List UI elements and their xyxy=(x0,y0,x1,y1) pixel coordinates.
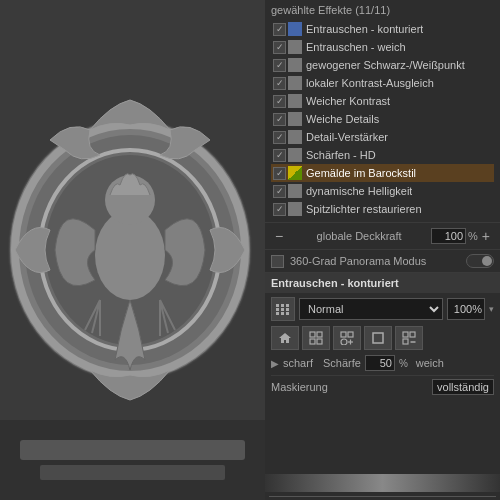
effects-list: Entrauschen - konturiertEntrauschen - we… xyxy=(271,20,494,218)
svg-rect-21 xyxy=(373,333,383,343)
effect-icon xyxy=(288,112,302,126)
panorama-row: 360-Grad Panorama Modus xyxy=(265,249,500,273)
schaerfe-expand-arrow[interactable]: ▶ xyxy=(271,358,279,369)
mask-label: Maskierung xyxy=(271,381,426,393)
svg-rect-13 xyxy=(317,332,322,337)
svg-rect-9 xyxy=(20,440,245,460)
bottom-area xyxy=(265,472,500,500)
svg-rect-15 xyxy=(317,339,322,344)
image-panel xyxy=(0,0,265,500)
opacity-percent: % xyxy=(468,230,478,242)
grid-view-btn[interactable] xyxy=(271,297,295,321)
schaerfe-value-input[interactable] xyxy=(365,355,395,371)
effect-checkbox[interactable] xyxy=(273,95,286,108)
panorama-label: 360-Grad Panorama Modus xyxy=(290,255,466,267)
effect-label: lokaler Kontrast-Ausgleich xyxy=(306,77,434,89)
opacity-minus-btn[interactable]: − xyxy=(271,228,287,244)
remove-tool-btn[interactable] xyxy=(395,326,423,350)
effect-checkbox[interactable] xyxy=(273,113,286,126)
tool-buttons-row xyxy=(271,326,494,350)
effect-icon xyxy=(288,94,302,108)
controls-area: Normal Multiply Screen ▾ xyxy=(265,293,500,402)
opacity-label: globale Deckkraft xyxy=(287,230,431,242)
svg-rect-22 xyxy=(403,332,408,337)
effect-checkbox[interactable] xyxy=(273,185,286,198)
right-panel: gewählte Effekte (11/11) Entrauschen - k… xyxy=(265,0,500,500)
effect-icon xyxy=(288,130,302,144)
svg-point-18 xyxy=(341,339,347,345)
effect-checkbox[interactable] xyxy=(273,203,286,216)
effect-label: dynamische Helligkeit xyxy=(306,185,412,197)
effect-label: Detail-Verstärker xyxy=(306,131,388,143)
effect-item[interactable]: Detail-Verstärker xyxy=(271,128,494,146)
effect-item[interactable]: Weicher Kontrast xyxy=(271,92,494,110)
section-header: Entrauschen - konturiert xyxy=(265,273,500,293)
effect-checkbox[interactable] xyxy=(273,131,286,144)
effect-item[interactable]: Weiche Details xyxy=(271,110,494,128)
effect-label: Weiche Details xyxy=(306,113,379,125)
scharf-label: scharf xyxy=(283,357,313,369)
panorama-checkbox[interactable] xyxy=(271,255,284,268)
maskierung-row: Maskierung vollständig xyxy=(271,375,494,398)
effect-item[interactable]: Entrauschen - weich xyxy=(271,38,494,56)
effect-item[interactable]: Schärfen - HD xyxy=(271,146,494,164)
effect-icon xyxy=(288,184,302,198)
effect-icon xyxy=(288,202,302,216)
effect-checkbox[interactable] xyxy=(273,77,286,90)
effect-checkbox[interactable] xyxy=(273,149,286,162)
effect-checkbox[interactable] xyxy=(273,59,286,72)
opacity-input[interactable] xyxy=(431,228,466,244)
svg-rect-16 xyxy=(341,332,346,337)
schaerfe-unit: % xyxy=(399,358,408,369)
weich-label: weich xyxy=(416,357,444,369)
effect-label: Entrauschen - weich xyxy=(306,41,406,53)
home-tool-btn[interactable] xyxy=(271,326,299,350)
slider-ticks xyxy=(265,492,500,500)
opacity-plus-btn[interactable]: + xyxy=(478,228,494,244)
effect-icon xyxy=(288,22,302,36)
effect-checkbox[interactable] xyxy=(273,23,286,36)
schaerfe-label: Schärfe xyxy=(323,357,361,369)
effect-label: Entrauschen - konturiert xyxy=(306,23,423,35)
effect-item[interactable]: Entrauschen - konturiert xyxy=(271,20,494,38)
effects-title: gewählte Effekte (11/11) xyxy=(271,4,494,16)
effect-label: Spitzlichter restaurieren xyxy=(306,203,422,215)
effect-item[interactable]: dynamische Helligkeit xyxy=(271,182,494,200)
effect-label: Schärfen - HD xyxy=(306,149,376,161)
svg-rect-14 xyxy=(310,339,315,344)
effect-item[interactable]: Gemälde im Barockstil xyxy=(271,164,494,182)
effect-icon xyxy=(288,58,302,72)
svg-rect-24 xyxy=(403,339,408,344)
mode-percent-arrow[interactable]: ▾ xyxy=(489,304,494,314)
svg-rect-10 xyxy=(40,465,225,480)
effect-label: Weicher Kontrast xyxy=(306,95,390,107)
blend-mode-select[interactable]: Normal Multiply Screen xyxy=(299,298,443,320)
svg-rect-23 xyxy=(410,332,415,337)
square-tool-btn[interactable] xyxy=(364,326,392,350)
svg-rect-17 xyxy=(348,332,353,337)
effect-icon xyxy=(288,76,302,90)
schaerfe-row: ▶ scharf Schärfe % weich xyxy=(271,355,494,371)
effect-checkbox[interactable] xyxy=(273,41,286,54)
effect-label: gewogener Schwarz-/Weißpunkt xyxy=(306,59,465,71)
mode-percent-input[interactable] xyxy=(447,298,485,320)
effect-label: Gemälde im Barockstil xyxy=(306,167,416,179)
add-tool-btn[interactable] xyxy=(333,326,361,350)
opacity-row: − globale Deckkraft % + xyxy=(265,222,500,249)
mode-row: Normal Multiply Screen ▾ xyxy=(271,297,494,321)
grid2-tool-btn[interactable] xyxy=(302,326,330,350)
gradient-bar[interactable] xyxy=(265,474,500,492)
mask-value: vollständig xyxy=(432,379,494,395)
effect-item[interactable]: Spitzlichter restaurieren xyxy=(271,200,494,218)
effect-item[interactable]: lokaler Kontrast-Ausgleich xyxy=(271,74,494,92)
effect-icon xyxy=(288,40,302,54)
effects-section: gewählte Effekte (11/11) Entrauschen - k… xyxy=(265,0,500,222)
effect-item[interactable]: gewogener Schwarz-/Weißpunkt xyxy=(271,56,494,74)
effect-icon xyxy=(288,166,302,180)
effect-checkbox[interactable] xyxy=(273,167,286,180)
svg-rect-12 xyxy=(310,332,315,337)
panorama-toggle[interactable] xyxy=(466,254,494,268)
effect-icon xyxy=(288,148,302,162)
